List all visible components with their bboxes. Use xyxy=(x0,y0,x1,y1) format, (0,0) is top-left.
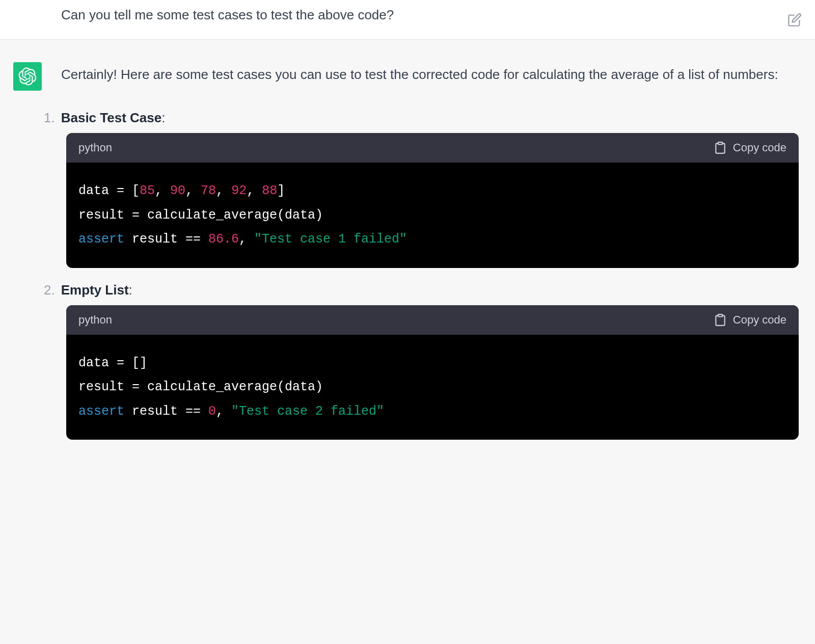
assistant-avatar xyxy=(13,62,42,91)
list-colon: : xyxy=(129,282,132,298)
code-header: python Copy code xyxy=(66,133,799,163)
copy-code-button[interactable]: Copy code xyxy=(714,141,786,154)
edit-icon[interactable] xyxy=(787,13,802,27)
code-header: python Copy code xyxy=(66,305,799,335)
openai-logo-icon xyxy=(18,67,37,86)
list-heading: 2.Empty List: xyxy=(44,282,799,298)
list-item: 1.Basic Test Case: python Copy code data… xyxy=(61,110,799,268)
code-content: data = [85, 90, 78, 92, 88] result = cal… xyxy=(66,163,799,268)
list-colon: : xyxy=(161,110,165,125)
list-number: 1. xyxy=(44,110,55,125)
code-block: python Copy code data = [85, 90, 78, 92,… xyxy=(66,133,799,268)
clipboard-icon xyxy=(714,313,727,327)
list-title: Empty List xyxy=(61,282,129,298)
assistant-content: Certainly! Here are some test cases you … xyxy=(61,63,799,440)
svg-rect-0 xyxy=(718,142,722,144)
code-block: python Copy code data = [] result = calc… xyxy=(66,305,799,440)
copy-code-label: Copy code xyxy=(733,313,786,327)
code-lang-label: python xyxy=(78,313,112,327)
list-item: 2.Empty List: python Copy code data = []… xyxy=(61,282,799,440)
assistant-message: Certainly! Here are some test cases you … xyxy=(0,40,815,469)
list-number: 2. xyxy=(44,282,55,298)
code-content: data = [] result = calculate_average(dat… xyxy=(66,335,799,440)
code-lang-label: python xyxy=(78,141,112,154)
user-question-text: Can you tell me some test cases to test … xyxy=(61,7,394,22)
clipboard-icon xyxy=(714,141,727,154)
copy-code-button[interactable]: Copy code xyxy=(714,313,786,327)
svg-rect-1 xyxy=(718,314,722,316)
list-title: Basic Test Case xyxy=(61,110,162,125)
assistant-intro-text: Certainly! Here are some test cases you … xyxy=(61,63,799,86)
list-heading: 1.Basic Test Case: xyxy=(44,110,799,126)
copy-code-label: Copy code xyxy=(733,141,786,154)
user-message: Can you tell me some test cases to test … xyxy=(0,0,815,40)
